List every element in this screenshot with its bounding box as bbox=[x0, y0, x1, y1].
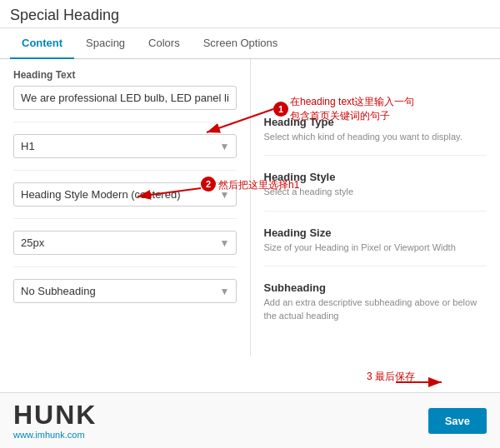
tab-colors[interactable]: Colors bbox=[137, 28, 192, 59]
subheading-info-desc: Add an extra descriptive subheading abov… bbox=[264, 296, 488, 322]
page-title: Special Heading bbox=[10, 7, 490, 24]
subheading-select-wrapper: No Subheading Above Heading Below Headin… bbox=[13, 279, 237, 303]
page-wrapper: Special Heading Content Spacing Colors S… bbox=[0, 0, 500, 448]
subheading-info-title: Subheading bbox=[264, 281, 488, 294]
heading-type-group: H1 H2 H3 H4 H5 H6 ▼ bbox=[13, 134, 237, 171]
right-panel: Heading Type Select which kind of headin… bbox=[251, 59, 501, 356]
logo-hunk: HUNK bbox=[13, 401, 97, 428]
heading-size-select-wrapper: 25px 20px 30px 35px 40px ▼ bbox=[13, 231, 237, 255]
heading-style-info: Heading Style Select a heading style bbox=[264, 167, 488, 211]
heading-style-group: Heading Style Modern (centered) Heading … bbox=[13, 182, 237, 219]
heading-size-info-title: Heading Size bbox=[264, 226, 488, 239]
heading-size-info: Heading Size Size of your Heading in Pix… bbox=[264, 223, 488, 266]
tab-screen-options[interactable]: Screen Options bbox=[192, 28, 290, 59]
heading-text-label: Heading Text bbox=[13, 69, 237, 81]
left-panel: Heading Text H1 H2 H3 H4 H5 H6 bbox=[0, 59, 251, 356]
tabs-bar: Content Spacing Colors Screen Options bbox=[0, 28, 500, 59]
subheading-select[interactable]: No Subheading Above Heading Below Headin… bbox=[13, 279, 237, 303]
title-bar: Special Heading bbox=[0, 0, 500, 28]
save-button[interactable]: Save bbox=[428, 408, 487, 434]
heading-text-input[interactable] bbox=[13, 86, 237, 110]
subheading-group: No Subheading Above Heading Below Headin… bbox=[13, 279, 237, 315]
heading-size-select[interactable]: 25px 20px 30px 35px 40px bbox=[13, 231, 237, 255]
heading-style-select[interactable]: Heading Style Modern (centered) Heading … bbox=[13, 182, 237, 207]
tab-spacing[interactable]: Spacing bbox=[74, 28, 137, 59]
heading-type-info-desc: Select which kind of heading you want to… bbox=[264, 131, 488, 143]
heading-type-select[interactable]: H1 H2 H3 H4 H5 H6 bbox=[13, 134, 237, 158]
logo-area: HUNK www.imhunk.com bbox=[13, 401, 97, 440]
heading-text-group: Heading Text bbox=[13, 69, 237, 122]
heading-size-info-desc: Size of your Heading in Pixel or Viewpor… bbox=[264, 241, 488, 254]
heading-type-info-title: Heading Type bbox=[264, 116, 488, 128]
svg-text:3 最后保存: 3 最后保存 bbox=[367, 371, 415, 382]
footer: HUNK www.imhunk.com Save bbox=[0, 392, 500, 448]
right-spacer bbox=[264, 69, 488, 112]
heading-style-select-wrapper: Heading Style Modern (centered) Heading … bbox=[13, 182, 237, 207]
heading-style-info-title: Heading Style bbox=[264, 171, 488, 183]
tab-content[interactable]: Content bbox=[10, 28, 74, 59]
main-content: Heading Text H1 H2 H3 H4 H5 H6 bbox=[0, 59, 500, 356]
heading-style-info-desc: Select a heading style bbox=[264, 186, 488, 198]
subheading-info: Subheading Add an extra descriptive subh… bbox=[264, 278, 488, 334]
heading-type-select-wrapper: H1 H2 H3 H4 H5 H6 ▼ bbox=[13, 134, 237, 158]
logo-url: www.imhunk.com bbox=[13, 430, 85, 440]
content-area: Heading Text H1 H2 H3 H4 H5 H6 bbox=[0, 59, 500, 392]
heading-type-info: Heading Type Select which kind of headin… bbox=[264, 112, 488, 156]
heading-size-group: 25px 20px 30px 35px 40px ▼ bbox=[13, 231, 237, 267]
